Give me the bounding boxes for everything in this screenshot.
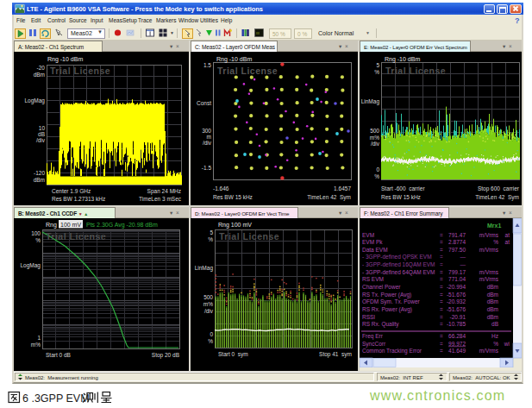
svg-text:5: 5 (376, 62, 379, 68)
svg-text:dB: dB (38, 131, 45, 137)
svg-text:EVM: EVM (362, 232, 374, 238)
svg-text:Span 24 MHz: Span 24 MHz (147, 188, 181, 195)
svg-text:%: % (374, 173, 379, 179)
svg-text:m/Vrms: m/Vrms (479, 247, 499, 253)
svg-text:=: = (440, 314, 443, 320)
svg-text:Start 0 dB: Start 0 dB (46, 352, 71, 358)
svg-text:100 mV: 100 mV (60, 222, 81, 228)
svg-text:-20.932: -20.932 (447, 298, 466, 304)
svg-text:%: % (35, 237, 41, 243)
svg-text:Res BW 15 kHz: Res BW 15 kHz (213, 194, 253, 200)
svg-text:500: 500 (203, 294, 213, 300)
svg-text:Res BW 1.27313 kHz: Res BW 1.27313 kHz (52, 196, 105, 202)
svg-text:-20.91: -20.91 (450, 314, 466, 320)
svg-text:-1.646: -1.646 (213, 185, 229, 191)
svg-text:Start -600 carrier: Start -600 carrier (381, 185, 425, 191)
svg-text:RS EVM: RS EVM (362, 276, 384, 282)
svg-text:LogMag: LogMag (21, 262, 41, 269)
svg-text:=: = (440, 298, 443, 304)
svg-text:=: = (440, 321, 443, 327)
svg-text:10: 10 (39, 125, 46, 131)
svg-text:Stop 41 sym: Stop 41 sym (319, 351, 352, 358)
svg-text:dBm: dBm (34, 72, 45, 78)
svg-text:dBm: dBm (487, 298, 498, 304)
svg-text:=: = (440, 232, 443, 238)
svg-text:%: % (374, 69, 379, 75)
svg-text:=: = (440, 341, 443, 347)
svg-text:dBm: dBm (487, 292, 498, 298)
svg-text:Rng: Rng (46, 222, 57, 229)
svg-text:1: 1 (37, 335, 41, 341)
svg-text:=: = (440, 276, 443, 282)
svg-text:%: % (493, 341, 498, 347)
svg-text:EVM Pk: EVM Pk (362, 239, 383, 245)
svg-text:/div: /div (204, 308, 214, 314)
svg-text:Const: Const (197, 100, 211, 106)
svg-text:TimeLen 42 Sym: TimeLen 42 Sym (307, 194, 351, 201)
svg-text:m/Vrms: m/Vrms (479, 232, 499, 238)
svg-text:dBm: dBm (487, 306, 498, 312)
svg-text:Rng 100 mV: Rng 100 mV (218, 222, 252, 229)
svg-text:-1.5: -1.5 (202, 165, 212, 171)
svg-text:Common Tracking Error: Common Tracking Error (362, 348, 422, 355)
svg-text:Channel Power: Channel Power (362, 284, 401, 290)
svg-text:SyncCorr: SyncCorr (362, 341, 386, 348)
svg-text:Trial License: Trial License (385, 66, 446, 76)
svg-text:300: 300 (202, 128, 211, 134)
svg-text:=: = (440, 348, 443, 354)
svg-text:dBm: dBm (487, 314, 498, 320)
svg-text:5: 5 (210, 229, 213, 235)
svg-text:-10.785: -10.785 (447, 321, 466, 327)
svg-text:Trial License: Trial License (219, 231, 279, 242)
svg-text:799.17: 799.17 (448, 269, 466, 275)
svg-text:=: = (440, 261, 443, 267)
svg-text:2.8774: 2.8774 (448, 239, 466, 245)
svg-text:-120: -120 (34, 170, 45, 176)
svg-text:RS Tx. Power (Avg): RS Tx. Power (Avg) (362, 292, 411, 298)
svg-text:m%: m% (370, 135, 379, 141)
svg-text:m/Vrms: m/Vrms (479, 269, 499, 275)
svg-text:99.972: 99.972 (448, 341, 466, 347)
svg-text:=: = (440, 254, 443, 260)
svg-text:Rng -10 dBm: Rng -10 dBm (47, 56, 83, 63)
svg-text:/div: /div (371, 141, 380, 147)
svg-text:-51.676: -51.676 (447, 292, 466, 298)
svg-text:1.6457: 1.6457 (334, 185, 351, 191)
svg-text:6 .3GPP EVM: 6 .3GPP EVM (22, 392, 90, 405)
svg-text:- 3GPP-defined 16QAM EVM: - 3GPP-defined 16QAM EVM (362, 261, 435, 268)
svg-text:-20: -20 (37, 65, 46, 71)
svg-text:dBm: dBm (487, 284, 498, 290)
svg-text:771.04: 771.04 (448, 276, 466, 282)
svg-text:500: 500 (370, 128, 379, 134)
svg-text:Freq Err: Freq Err (362, 333, 384, 340)
svg-text:Rng -10 dBm: Rng -10 dBm (216, 56, 252, 63)
svg-text:Start 0 sym: Start 0 sym (218, 351, 248, 358)
svg-text:m%: m% (203, 301, 213, 307)
svg-text:m/Vrms: m/Vrms (479, 276, 499, 282)
svg-text:=: = (440, 333, 443, 339)
svg-text:797.50: 797.50 (448, 247, 466, 253)
svg-text:=: = (440, 292, 443, 298)
svg-text:Rng -10 dBm: Rng -10 dBm (385, 56, 420, 63)
svg-text:LogMag: LogMag (25, 97, 46, 104)
svg-text:/div: /div (203, 140, 212, 146)
svg-text:- 3GPP-defined 64QAM EVM: - 3GPP-defined 64QAM EVM (362, 269, 435, 276)
svg-text:TimeLen 3 mSec: TimeLen 3 mSec (139, 196, 182, 202)
svg-text:Res BW 15 kHz: Res BW 15 kHz (381, 194, 421, 200)
svg-text:RS Rx. Power (Avg): RS Rx. Power (Avg) (362, 306, 412, 313)
svg-text:=: = (440, 284, 443, 290)
svg-text:0: 0 (210, 331, 213, 337)
svg-text:- 3GPP-defined QPSK EVM: - 3GPP-defined QPSK EVM (362, 254, 432, 260)
svg-text:Trial License: Trial License (217, 66, 278, 76)
svg-text:=: = (440, 247, 443, 253)
svg-text:Stop 600 carrier: Stop 600 carrier (478, 185, 520, 192)
svg-text:—: — (460, 254, 466, 260)
svg-text:Mrx1: Mrx1 (487, 223, 501, 229)
svg-text:791.47: 791.47 (448, 232, 466, 238)
svg-text:at: at (505, 239, 510, 245)
svg-text:Center 1.9 GHz: Center 1.9 GHz (52, 188, 91, 194)
svg-text:at: at (505, 232, 510, 238)
svg-text:41.649: 41.649 (448, 348, 466, 354)
svg-text:m%: m% (31, 342, 41, 348)
svg-text:wi: wi (504, 341, 510, 347)
